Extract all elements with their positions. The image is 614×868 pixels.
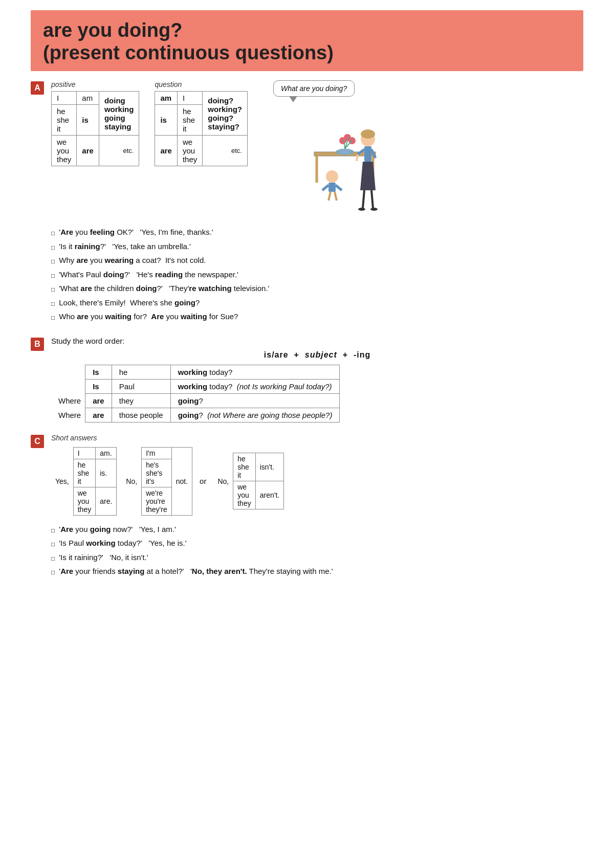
cell: etc. (203, 136, 248, 166)
example-text: 'What are the children doing?' 'They're … (59, 283, 269, 295)
svg-line-15 (328, 192, 331, 201)
example-item: □ 'Are you feeling OK?' 'Yes, I'm fine, … (51, 227, 583, 238)
example-text: 'Are you going now?' 'Yes, I am.' (59, 524, 176, 536)
table-row: Where are those people going? (not Where… (51, 408, 340, 422)
example-item: □ 'What's Paul doing?' 'He's reading the… (51, 269, 583, 281)
formula: is/are + subject + -ing (51, 350, 583, 360)
cell: doing working going staying (99, 92, 139, 136)
question-table: am I doing? working? going? staying? is … (155, 91, 248, 166)
example-item: □ 'Is it raining?' 'No, it isn't.' (51, 552, 583, 564)
bullet: □ (51, 257, 55, 266)
section-b-content: Study the word order: is/are + subject +… (51, 337, 583, 422)
section-a: A positive I am d (31, 80, 583, 325)
cell: we're you're they're (142, 487, 172, 515)
question-label: question (155, 80, 248, 88)
subj-col: they (112, 393, 170, 408)
illustration-area: What are you doing? (273, 80, 386, 218)
bullet: □ (51, 568, 55, 577)
cell: is (155, 105, 178, 136)
cell: is (77, 105, 99, 136)
cell: he she it (52, 105, 77, 136)
cell: is. (96, 459, 117, 487)
where-col: Where (51, 393, 85, 408)
example-text: 'What's Paul doing?' 'He's reading the n… (59, 269, 238, 281)
example-text: Look, there's Emily! Where's she going? (59, 297, 200, 309)
is-col: Is (85, 365, 112, 379)
example-item: □ 'Are your friends staying at a hotel?'… (51, 566, 583, 577)
svg-rect-4 (340, 149, 350, 154)
table-row: am I doing? working? going? staying? (155, 92, 248, 105)
table-row: No, he she it isn't. (213, 453, 283, 481)
table-row: Yes, I am. (51, 447, 117, 459)
example-text: Why are you wearing a coat? It's not col… (59, 255, 206, 266)
svg-line-24 (363, 190, 364, 208)
cell: I (177, 92, 202, 105)
cell: I (73, 447, 95, 459)
section-c-label: C (31, 435, 44, 448)
cell: am (77, 92, 99, 105)
subj-col: Paul (112, 379, 170, 393)
cell: I'm (142, 447, 172, 459)
cell: am. (96, 447, 117, 459)
positive-table: I am doing working going staying he she … (51, 91, 139, 166)
table-row: I am doing working going staying (52, 92, 139, 105)
cell: I (52, 92, 77, 105)
section-c: C Short answers Yes, I am. he she it is. (31, 434, 583, 580)
cell: am (155, 92, 178, 105)
positive-table-group: positive I am doing working going stayin… (51, 80, 139, 166)
example-item: □ 'What are the children doing?' 'They'r… (51, 283, 583, 295)
cell: Yes, (51, 447, 73, 515)
examples-section-a: □ 'Are you feeling OK?' 'Yes, I'm fine, … (51, 227, 583, 323)
cell: he she it (73, 459, 95, 487)
positive-label: positive (51, 80, 139, 88)
example-item: □ Why are you wearing a coat? It's not c… (51, 255, 583, 266)
order-table: Is he working today? Is Paul working tod… (51, 365, 340, 422)
yes-table: Yes, I am. he she it is. we you they are… (51, 447, 117, 516)
section-b: B Study the word order: is/are + subject… (31, 337, 583, 422)
cell: we you they (177, 136, 202, 166)
bullet: □ (51, 285, 55, 294)
question-table-group: question am I doing? working? going? sta… (155, 80, 248, 166)
where-col (51, 365, 85, 379)
speech-bubble: What are you doing? (273, 80, 355, 97)
bullet: □ (51, 229, 55, 238)
cell: he she it (233, 453, 255, 481)
where-col (51, 379, 85, 393)
verb-col: working today? (not Is working Paul toda… (170, 379, 340, 393)
cell: are (155, 136, 178, 166)
svg-point-18 (361, 129, 375, 139)
no2-table: No, he she it isn't. we you they aren't. (213, 453, 284, 509)
where-col: Where (51, 408, 85, 422)
cell: aren't. (255, 481, 283, 509)
table-row: we you they are etc. (52, 136, 139, 166)
cell: he's she's it's (142, 459, 172, 487)
header: are you doing? (present continuous quest… (31, 10, 583, 71)
example-text: 'Is it raining?' 'Yes, take an umbrella.… (59, 241, 191, 253)
example-item: □ 'Is it raining?' 'Yes, take an umbrell… (51, 241, 583, 253)
cell: are (77, 136, 99, 166)
bullet: □ (51, 313, 55, 322)
cell: No, (122, 447, 141, 515)
svg-rect-19 (364, 146, 371, 162)
subj-col: those people (112, 408, 170, 422)
subj-col: he (112, 365, 170, 379)
grammar-tables: positive I am doing working going stayin… (51, 80, 248, 166)
cell: we you they (52, 136, 77, 166)
example-text: Who are you waiting for? Are you waiting… (59, 311, 238, 323)
cell: are. (96, 487, 117, 515)
svg-line-22 (357, 154, 358, 161)
example-text: 'Are you feeling OK?' 'Yes, I'm fine, th… (59, 227, 213, 238)
or-label: or (198, 477, 208, 485)
short-answers-label: Short answers (51, 434, 583, 442)
is-col: are (85, 408, 112, 422)
bullet: □ (51, 271, 55, 280)
example-item: □ Look, there's Emily! Where's she going… (51, 297, 583, 309)
verb-col: going? (not Where are going those people… (170, 408, 340, 422)
cell: he she it (177, 105, 202, 136)
examples-section-c: □ 'Are you going now?' 'Yes, I am.' □ 'I… (51, 524, 583, 577)
example-text: 'Is it raining?' 'No, it isn't.' (59, 552, 148, 564)
word-order-title: Study the word order: (51, 337, 583, 345)
svg-line-14 (336, 185, 342, 190)
bullet: □ (51, 299, 55, 308)
cell: isn't. (255, 453, 283, 481)
